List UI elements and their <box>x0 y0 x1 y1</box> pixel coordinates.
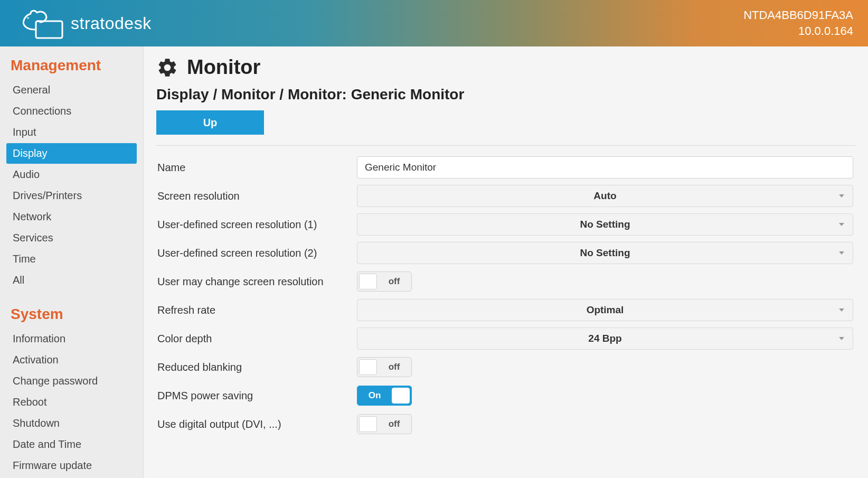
field-label: Reduced blanking <box>156 361 357 373</box>
form-area: NameScreen resolutionAutoUser-defined sc… <box>156 153 855 438</box>
form-row-reduced-blank: Reduced blankingoff <box>156 353 853 381</box>
brand-logo-icon <box>15 6 63 40</box>
field-control-cell: Auto <box>357 185 853 207</box>
sidebar-item-drives-printers[interactable]: Drives/Printers <box>6 185 137 206</box>
sidebar-item-label: Change password <box>13 375 98 387</box>
header-ip: 10.0.0.164 <box>743 23 853 39</box>
header-bar: stratodesk NTDA4BB6D91FA3A 10.0.0.164 <box>0 0 868 46</box>
sidebar-item-label: General <box>13 84 50 96</box>
sidebar-section-title: Management <box>6 55 137 79</box>
sidebar-item-label: Display <box>13 147 48 159</box>
header-host-block: NTDA4BB6D91FA3A 10.0.0.164 <box>743 7 853 39</box>
form-row-digital-out: Use digital output (DVI, ...)off <box>156 410 853 438</box>
sidebar-item-label: Date and Time <box>13 438 81 450</box>
sidebar-item-label: Services <box>13 232 53 243</box>
chevron-down-icon <box>839 251 844 255</box>
sidebar-item-firmware-update[interactable]: Firmware update <box>6 455 137 476</box>
page-title-row: Monitor <box>156 56 855 79</box>
sidebar: ManagementGeneralConnectionsInputDisplay… <box>0 46 144 478</box>
sidebar-item-input[interactable]: Input <box>6 122 137 143</box>
sidebar-item-general[interactable]: General <box>6 80 137 100</box>
field-label: Color depth <box>156 333 357 345</box>
reduced-blank-toggle[interactable]: off <box>357 357 412 377</box>
toggle-knob <box>359 416 377 432</box>
form-row-color-depth: Color depth24 Bpp <box>156 324 853 353</box>
sidebar-item-label: All <box>13 274 24 286</box>
main-content: Monitor Display / Monitor / Monitor: Gen… <box>144 46 868 478</box>
refresh-rate-select[interactable]: Optimal <box>357 299 853 321</box>
sidebar-item-label: Connections <box>13 105 71 117</box>
toggle-label: off <box>377 419 411 429</box>
sidebar-item-audio[interactable]: Audio <box>6 164 137 185</box>
dpms-toggle[interactable]: On <box>357 386 412 406</box>
select-value: 24 Bpp <box>588 333 621 344</box>
form-row-user-res-2: User-defined screen resolution (2)No Set… <box>156 239 853 267</box>
form-row-user-may-change: User may change screen resolutionoff <box>156 267 853 296</box>
chevron-down-icon <box>839 308 844 312</box>
toggle-label: off <box>377 276 411 287</box>
page-title: Monitor <box>187 56 260 79</box>
select-value: Optimal <box>587 304 624 316</box>
header-hostname: NTDA4BB6D91FA3A <box>743 7 853 23</box>
field-control-cell: On <box>357 386 853 406</box>
field-control-cell: 24 Bpp <box>357 327 853 350</box>
select-value: No Setting <box>580 247 630 259</box>
field-label: Screen resolution <box>156 190 357 202</box>
field-label: User-defined screen resolution (2) <box>156 247 357 259</box>
toggle-knob <box>359 359 377 375</box>
section-divider <box>156 145 855 146</box>
sidebar-item-all[interactable]: All <box>6 270 137 290</box>
field-label: Name <box>156 162 357 174</box>
gear-icon <box>156 57 178 79</box>
field-label: Use digital output (DVI, ...) <box>156 418 357 430</box>
sidebar-item-connections[interactable]: Connections <box>6 101 137 121</box>
sidebar-item-information[interactable]: Information <box>6 329 137 349</box>
field-label: DPMS power saving <box>156 390 357 402</box>
chevron-down-icon <box>839 337 844 340</box>
field-control-cell <box>357 156 853 179</box>
user-res-1-select[interactable]: No Setting <box>357 213 853 236</box>
field-label: User-defined screen resolution (1) <box>156 219 357 231</box>
digital-out-toggle[interactable]: off <box>357 414 412 434</box>
user-res-2-select[interactable]: No Setting <box>357 242 853 264</box>
field-control-cell: off <box>357 271 853 292</box>
sidebar-item-display[interactable]: Display <box>6 143 137 164</box>
sidebar-item-activation[interactable]: Activation <box>6 350 137 370</box>
user-may-change-toggle[interactable]: off <box>357 271 412 292</box>
toggle-label: On <box>357 390 392 401</box>
sidebar-item-shutdown[interactable]: Shutdown <box>6 413 137 434</box>
sidebar-item-label: Audio <box>13 168 40 180</box>
form-row-dpms: DPMS power savingOn <box>156 381 853 410</box>
sidebar-item-label: Activation <box>13 354 59 365</box>
up-button[interactable]: Up <box>156 110 264 135</box>
form-row-name: Name <box>156 153 853 182</box>
sidebar-item-services[interactable]: Services <box>6 228 137 248</box>
color-depth-select[interactable]: 24 Bpp <box>357 327 853 350</box>
resolution-select[interactable]: Auto <box>357 185 853 207</box>
sidebar-section-title: System <box>6 304 137 328</box>
chevron-down-icon <box>839 223 844 226</box>
toggle-knob <box>359 274 377 289</box>
chevron-down-icon <box>839 194 844 198</box>
brand-text: stratodesk <box>71 14 152 33</box>
sidebar-item-label: Network <box>13 211 51 222</box>
sidebar-item-network[interactable]: Network <box>6 207 137 227</box>
select-value: No Setting <box>580 219 630 230</box>
name-input[interactable] <box>357 156 853 179</box>
field-label: User may change screen resolution <box>156 276 357 288</box>
sidebar-item-label: Drives/Printers <box>13 190 82 201</box>
sidebar-item-time[interactable]: Time <box>6 249 137 269</box>
form-row-resolution: Screen resolutionAuto <box>156 182 853 210</box>
form-row-refresh-rate: Refresh rateOptimal <box>156 296 853 324</box>
sidebar-item-label: Firmware update <box>13 460 92 471</box>
toggle-label: off <box>377 362 411 372</box>
sidebar-item-label: Shutdown <box>13 417 60 429</box>
sidebar-item-date-and-time[interactable]: Date and Time <box>6 434 137 455</box>
sidebar-item-reboot[interactable]: Reboot <box>6 392 137 413</box>
sidebar-item-label: Time <box>13 253 36 265</box>
field-control-cell: No Setting <box>357 213 853 236</box>
field-control-cell: off <box>357 414 853 434</box>
brand: stratodesk <box>15 6 152 40</box>
sidebar-item-label: Reboot <box>13 396 47 408</box>
sidebar-item-change-password[interactable]: Change password <box>6 371 137 391</box>
